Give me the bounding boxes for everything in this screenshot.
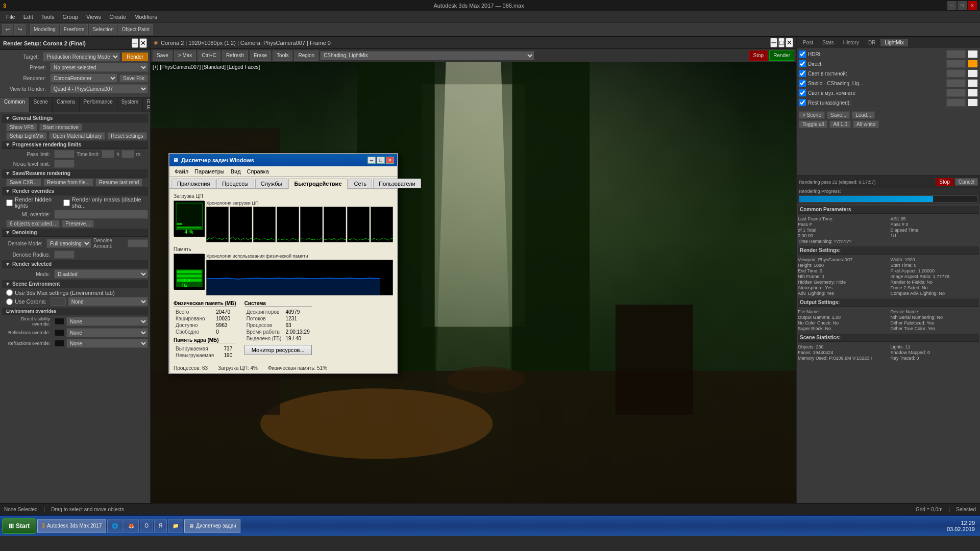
save-file-btn[interactable]: Save File xyxy=(119,74,148,82)
taskbar-taskmanager[interactable]: 🖥 Диспетчер задач xyxy=(184,519,240,533)
right-tab-dr[interactable]: DR xyxy=(864,39,879,46)
lm-direct-color[interactable] xyxy=(968,60,978,68)
resume-file-btn[interactable]: Resume from file... xyxy=(43,179,93,186)
menu-edit[interactable]: Edit xyxy=(19,13,37,21)
reset-settings-btn[interactable]: Reset settings xyxy=(107,132,146,140)
tm-menu-file[interactable]: Файл xyxy=(172,167,191,176)
menu-views[interactable]: Views xyxy=(82,13,105,21)
taskbar-firefox[interactable]: 🦊 xyxy=(124,519,139,533)
pass-limit-input[interactable]: 0 xyxy=(54,150,75,158)
all-white-btn[interactable]: All white xyxy=(853,120,879,128)
lm-svetv-value[interactable]: 0,0 xyxy=(946,69,966,78)
monitor-resources-btn[interactable]: Монитор ресурсов... xyxy=(244,345,312,355)
denoise-mode-select[interactable]: Full denoising xyxy=(46,239,91,248)
preserve-btn[interactable]: Preserve... xyxy=(62,220,93,228)
setup-lightmix-btn[interactable]: Setup LightMix xyxy=(6,132,47,140)
vfb-minimize[interactable]: ─ xyxy=(770,38,777,47)
lm-svetv-color[interactable] xyxy=(968,69,978,78)
vfb-stop-btn[interactable]: Stop xyxy=(749,51,768,61)
tm-menu-help[interactable]: Справка xyxy=(244,167,272,176)
panel-close[interactable]: ✕ xyxy=(139,38,147,48)
section-scene-env[interactable]: ▼ Scene Environment xyxy=(2,280,148,288)
lm-hdr-value[interactable]: 3,07 xyxy=(946,50,966,58)
lm-rest-check[interactable] xyxy=(799,99,806,106)
lm-studio-value[interactable]: 0,0 xyxy=(946,79,966,87)
render-hidden-check[interactable] xyxy=(6,199,13,206)
lm-hdr-color[interactable] xyxy=(968,50,978,58)
lm-hdr-check[interactable] xyxy=(799,51,806,58)
vfb-region-btn[interactable]: Region xyxy=(294,51,318,61)
vfb-tools-btn[interactable]: Tools xyxy=(273,51,292,61)
tm-tab-performance[interactable]: Быстродействие xyxy=(288,179,347,189)
tm-minimize[interactable]: ─ xyxy=(368,157,376,164)
vfb-maximize[interactable]: □ xyxy=(778,38,785,47)
reflections-select[interactable]: None xyxy=(66,328,148,337)
render-button[interactable]: Render xyxy=(122,53,148,61)
lm-rest-value[interactable]: 1,0 xyxy=(946,98,966,107)
corona-env-color[interactable] xyxy=(51,297,66,306)
tb-undo[interactable]: ↩ xyxy=(2,24,13,35)
time-m-input[interactable]: 0 xyxy=(121,150,134,158)
lm-direct-value[interactable]: 0,0 xyxy=(946,60,966,68)
lm-rest-color[interactable] xyxy=(968,98,978,107)
use-corona-radio[interactable] xyxy=(6,298,13,305)
vfb-profile-select[interactable]: CShading_LightMix xyxy=(320,51,534,60)
resume-last-btn[interactable]: Resume last rend xyxy=(95,179,142,186)
corona-env-select[interactable]: None xyxy=(68,297,148,306)
renderer-select[interactable]: CoronaRenderer xyxy=(50,73,117,83)
mode-select[interactable]: Disabled xyxy=(54,269,148,279)
taskbar-yandex[interactable]: Я xyxy=(154,519,167,533)
taskbar-chrome[interactable]: 🌐 xyxy=(107,519,122,533)
refractions-color[interactable] xyxy=(54,340,64,347)
denoise-radius-input[interactable]: 1,0 xyxy=(54,251,75,259)
corona-cancel-btn[interactable]: Cancel xyxy=(955,178,978,186)
right-tab-stats[interactable]: Stats xyxy=(818,39,838,46)
corona-stop-btn[interactable]: Stop xyxy=(936,178,953,186)
tm-tab-services[interactable]: Службы xyxy=(255,179,288,188)
open-material-lib-btn[interactable]: Open Material Library xyxy=(49,132,105,140)
tb-redo[interactable]: ↪ xyxy=(14,24,26,35)
section-general[interactable]: ▼ General Settings xyxy=(2,114,148,122)
lm-svetv-check[interactable] xyxy=(799,70,806,77)
tab-scene[interactable]: Scene xyxy=(30,97,53,112)
target-select[interactable]: Production Rendering Mode xyxy=(43,52,120,61)
taskbar-3dsmax[interactable]: 3 Autodesk 3ds Max 2017 xyxy=(37,519,106,533)
tab-performance[interactable]: Performance xyxy=(80,97,117,112)
tm-tab-network[interactable]: Сеть xyxy=(349,179,372,188)
tab-object-paint[interactable]: Object Paint xyxy=(118,24,153,35)
tm-maximize[interactable]: □ xyxy=(377,157,385,164)
section-env-overrides[interactable]: Environment overrides xyxy=(2,308,148,315)
taskbar-opera[interactable]: O xyxy=(140,519,153,533)
preset-select[interactable]: No preset selected xyxy=(50,63,148,72)
taskbar-start-btn[interactable]: ⊞ Start xyxy=(2,518,36,534)
refractions-select[interactable]: None xyxy=(66,339,148,348)
denoise-amount-input[interactable]: 1,0 xyxy=(128,239,148,247)
excluded-btn[interactable]: 6 objects excluded... xyxy=(6,220,60,228)
minimize-btn[interactable]: ─ xyxy=(947,1,957,10)
lm-studio-check[interactable] xyxy=(799,80,806,87)
tab-modelling[interactable]: Modelling xyxy=(30,24,59,35)
toggle-all-btn[interactable]: Toggle all xyxy=(799,120,827,128)
section-save-resume[interactable]: ▼ Save/Resume rendering xyxy=(2,169,148,178)
vfb-ctrlc-btn[interactable]: Ctrl+C xyxy=(198,51,220,61)
lm-svetm-check[interactable] xyxy=(799,89,806,96)
noise-input[interactable]: 0,0 xyxy=(54,160,75,168)
tm-close[interactable]: ✕ xyxy=(386,157,394,164)
lm-studio-color[interactable] xyxy=(968,79,978,87)
tab-freeform[interactable]: Freeform xyxy=(60,24,88,35)
menu-group[interactable]: Group xyxy=(58,13,82,21)
menu-create[interactable]: Create xyxy=(105,13,130,21)
direct-vis-color[interactable] xyxy=(54,318,64,325)
close-btn[interactable]: ✕ xyxy=(968,1,977,10)
maximize-btn[interactable]: □ xyxy=(958,1,967,10)
lm-direct-check[interactable] xyxy=(799,60,806,67)
tab-common[interactable]: Common xyxy=(0,97,30,112)
menu-file[interactable]: File xyxy=(2,13,19,21)
lightmix-load-btn[interactable]: Load... xyxy=(852,111,875,119)
tab-selection[interactable]: Selection xyxy=(89,24,117,35)
taskbar-folder[interactable]: 📁 xyxy=(168,519,183,533)
vfb-close[interactable]: ✕ xyxy=(786,38,793,47)
right-tab-lightmix[interactable]: LightMix xyxy=(880,39,908,46)
start-interactive-btn[interactable]: Start interactive xyxy=(39,123,82,131)
reflections-color[interactable] xyxy=(54,329,64,336)
